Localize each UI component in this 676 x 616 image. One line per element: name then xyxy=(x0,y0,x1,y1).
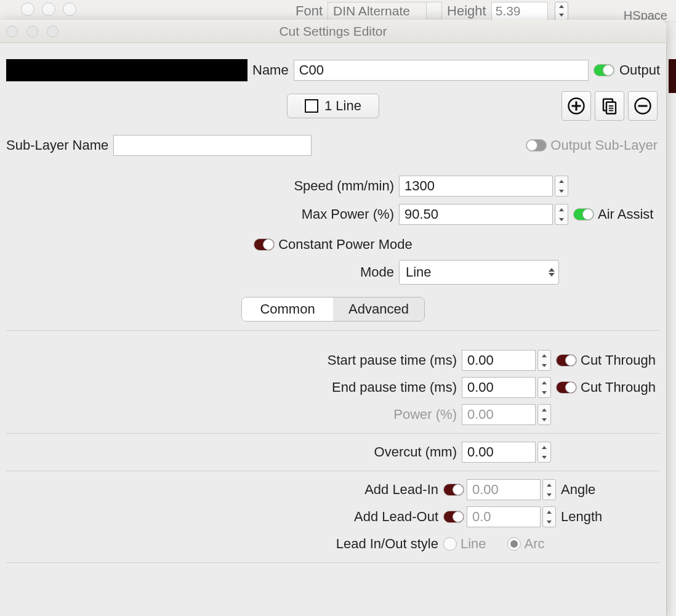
start-pause-label: Start pause time (ms) xyxy=(6,352,462,368)
window-title: Cut Settings Editor xyxy=(279,24,387,39)
copy-icon xyxy=(600,97,619,115)
lead-in-input: 0.00 xyxy=(467,479,541,500)
add-lead-in-toggle[interactable] xyxy=(443,484,464,496)
bg-traffic-dot xyxy=(42,2,55,16)
power-input: 0.00 xyxy=(462,404,536,425)
row-constant-power: Constant Power Mode xyxy=(6,233,660,256)
height-label: Height xyxy=(447,3,486,19)
row-overcut: Overcut (mm) 0.00 xyxy=(6,440,660,464)
cut-through-end-label: Cut Through xyxy=(581,379,656,395)
side-panel-fragment xyxy=(666,44,676,616)
add-lead-out-label: Add Lead-Out xyxy=(6,509,443,525)
updown-icon xyxy=(549,268,555,277)
speed-spinner[interactable] xyxy=(555,176,568,197)
close-light[interactable] xyxy=(6,25,18,37)
add-lead-out-toggle[interactable] xyxy=(443,511,464,523)
height-input[interactable]: 5.39 xyxy=(491,2,548,20)
height-spinner[interactable] xyxy=(555,2,568,20)
tab-common-label: Common xyxy=(260,301,315,317)
tab-common[interactable]: Common xyxy=(242,298,333,321)
row-end-pause: End pause time (ms) 0.00 Cut Through xyxy=(6,375,660,400)
cut-through-start-label: Cut Through xyxy=(581,352,656,368)
add-sublayer-button[interactable] xyxy=(561,91,591,121)
cut-through-end-toggle[interactable] xyxy=(556,381,577,394)
row-lead-style: Lead In/Out style Line Arc xyxy=(6,532,660,556)
max-power-input[interactable]: 90.50 xyxy=(399,204,553,225)
font-value: DIN Alternate xyxy=(333,4,410,18)
font-combo[interactable]: DIN Alternate xyxy=(328,2,442,20)
sublayer-actions xyxy=(561,91,658,121)
end-pause-spinner[interactable] xyxy=(537,377,551,398)
layer-color-swatch[interactable] xyxy=(6,59,247,81)
minus-circle-icon xyxy=(634,97,652,115)
name-input[interactable]: C00 xyxy=(294,60,589,81)
row-lead-in: Add Lead-In 0.00 Angle xyxy=(6,477,660,502)
overcut-spinner[interactable] xyxy=(537,442,551,463)
zoom-light[interactable] xyxy=(47,25,58,37)
power-label: Power (%) xyxy=(6,407,462,423)
constant-power-toggle[interactable] xyxy=(254,238,275,251)
lead-out-value: 0.0 xyxy=(472,509,491,525)
cut-through-end-group: Cut Through xyxy=(556,379,656,395)
row-name: Name C00 Output xyxy=(6,58,660,83)
lead-out-spinner xyxy=(542,506,556,527)
lead-out-input: 0.0 xyxy=(467,506,541,527)
cut-settings-editor-window: Cut Settings Editor Name C00 Output 1 Li… xyxy=(0,20,666,616)
name-label: Name xyxy=(252,62,289,78)
bg-traffic-lights xyxy=(21,2,76,16)
overcut-label: Overcut (mm) xyxy=(6,444,462,460)
cut-through-start-group: Cut Through xyxy=(556,352,656,368)
start-pause-value: 0.00 xyxy=(467,352,494,368)
output-toggle[interactable] xyxy=(594,64,614,76)
name-value: C00 xyxy=(299,62,324,78)
tab-advanced[interactable]: Advanced xyxy=(333,298,424,321)
separator xyxy=(6,433,660,434)
lead-style-line-radio[interactable] xyxy=(443,537,457,551)
bg-traffic-dot xyxy=(21,2,34,16)
chevron-down-icon xyxy=(431,9,437,13)
max-power-spinner[interactable] xyxy=(555,204,568,225)
side-fragment-swatch xyxy=(669,59,676,93)
constant-power-label: Constant Power Mode xyxy=(278,237,412,253)
lead-style-arc-label: Arc xyxy=(525,536,545,552)
sublayer-name-input[interactable] xyxy=(113,135,312,156)
row-max-power: Max Power (%) 90.50 Air Assist xyxy=(6,202,660,227)
start-pause-input[interactable]: 0.00 xyxy=(462,350,536,371)
end-pause-value: 0.00 xyxy=(467,379,494,395)
row-start-pause: Start pause time (ms) 0.00 Cut Through xyxy=(6,348,660,373)
plus-circle-icon xyxy=(567,97,585,115)
separator xyxy=(6,562,660,563)
copy-sublayer-button[interactable] xyxy=(595,91,624,121)
start-pause-spinner[interactable] xyxy=(537,350,551,371)
separator xyxy=(6,330,660,331)
line-type-label: 1 Line xyxy=(324,98,361,114)
mode-select[interactable]: Line xyxy=(399,260,559,285)
speed-input[interactable]: 1300 xyxy=(399,176,553,197)
end-pause-input[interactable]: 0.00 xyxy=(462,377,536,398)
max-power-value: 90.50 xyxy=(404,206,438,222)
titlebar: Cut Settings Editor xyxy=(0,20,666,43)
square-icon xyxy=(305,99,318,113)
air-assist-toggle[interactable] xyxy=(573,208,594,221)
lead-style-arc-radio[interactable] xyxy=(507,537,521,551)
power-spinner xyxy=(537,404,551,425)
sublayer-name-label: Sub-Layer Name xyxy=(6,137,108,153)
overcut-value: 0.00 xyxy=(467,444,494,460)
overcut-input[interactable]: 0.00 xyxy=(462,442,536,463)
row-sub-layers: 1 Line xyxy=(6,91,660,121)
row-sublayer-name: Sub-Layer Name Output Sub-Layer xyxy=(6,134,660,156)
font-label: Font xyxy=(296,3,323,19)
line-type-button[interactable]: 1 Line xyxy=(287,94,379,118)
minimize-light[interactable] xyxy=(26,25,38,37)
remove-sublayer-button[interactable] xyxy=(628,91,658,121)
lead-in-spinner xyxy=(542,479,556,500)
cut-through-start-toggle[interactable] xyxy=(556,354,577,367)
output-sublayer-toggle[interactable] xyxy=(526,139,547,152)
air-assist-group: Air Assist xyxy=(573,206,653,222)
output-sublayer-label: Output Sub-Layer xyxy=(550,137,658,153)
row-lead-out: Add Lead-Out 0.0 Length xyxy=(6,505,660,529)
mode-label: Mode xyxy=(6,264,399,280)
height-value: 5.39 xyxy=(496,4,521,18)
advanced-params-group: Start pause time (ms) 0.00 Cut Through E… xyxy=(6,348,660,567)
separator xyxy=(6,471,660,471)
